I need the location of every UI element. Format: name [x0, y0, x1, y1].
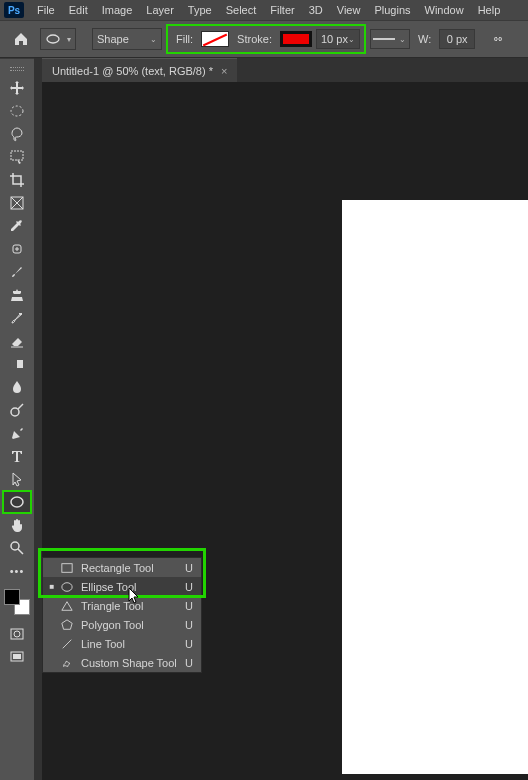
shape-mode-label: Shape: [97, 33, 129, 45]
path-selection-tool[interactable]: [3, 468, 31, 490]
menu-layer[interactable]: Layer: [139, 2, 181, 18]
mouse-cursor-icon: [128, 587, 142, 607]
clone-stamp-tool[interactable]: [3, 284, 31, 306]
svg-rect-13: [13, 654, 21, 659]
frame-tool[interactable]: [3, 192, 31, 214]
fill-swatch[interactable]: [201, 31, 229, 47]
triangle-icon: [59, 598, 75, 614]
app-logo: Ps: [4, 2, 24, 18]
fill-stroke-highlight: Fill: Stroke: 10 px ⌄: [166, 24, 366, 54]
hand-tool[interactable]: [3, 514, 31, 536]
foreground-color[interactable]: [4, 589, 20, 605]
width-field[interactable]: 0 px: [439, 29, 475, 49]
flyout-triangle-tool[interactable]: Triangle Tool U: [43, 596, 201, 615]
stroke-width-field[interactable]: 10 px ⌄: [316, 29, 360, 49]
flyout-polygon-tool[interactable]: Polygon Tool U: [43, 615, 201, 634]
svg-point-0: [47, 35, 59, 43]
solid-line-icon: [373, 38, 395, 40]
stroke-swatch[interactable]: [280, 31, 312, 47]
menu-image[interactable]: Image: [95, 2, 140, 18]
stroke-style-select[interactable]: ⌄: [370, 29, 410, 49]
svg-point-1: [11, 106, 23, 116]
svg-point-8: [11, 497, 23, 507]
menu-type[interactable]: Type: [181, 2, 219, 18]
chevron-down-icon: ⌄: [348, 35, 355, 44]
tool-preset[interactable]: ▾: [40, 28, 76, 50]
width-label: W:: [414, 33, 435, 45]
flyout-item-label: Line Tool: [81, 638, 125, 650]
workspace: [42, 82, 528, 780]
menu-bar: Ps File Edit Image Layer Type Select Fil…: [0, 0, 528, 20]
toolbar-handle-icon[interactable]: [5, 67, 29, 73]
eraser-tool[interactable]: [3, 330, 31, 352]
flyout-item-shortcut: U: [185, 638, 193, 650]
gradient-tool[interactable]: [3, 353, 31, 375]
crop-tool[interactable]: [3, 169, 31, 191]
pen-tool[interactable]: [3, 422, 31, 444]
shape-tool[interactable]: [3, 491, 31, 513]
menu-3d[interactable]: 3D: [302, 2, 330, 18]
flyout-item-shortcut: U: [185, 619, 193, 631]
healing-brush-tool[interactable]: [3, 238, 31, 260]
options-bar: ▾ Shape ⌄ Fill: Stroke: 10 px ⌄ ⌄ W: 0 p…: [0, 20, 528, 58]
menu-file[interactable]: File: [30, 2, 62, 18]
tutorial-highlight: [38, 548, 206, 598]
eyedropper-tool[interactable]: [3, 215, 31, 237]
flyout-item-label: Polygon Tool: [81, 619, 144, 631]
blur-tool[interactable]: [3, 376, 31, 398]
link-icon[interactable]: [489, 34, 507, 44]
svg-rect-2: [11, 151, 23, 160]
document-tab[interactable]: Untitled-1 @ 50% (text, RGB/8) * ×: [42, 58, 237, 82]
type-tool[interactable]: [3, 445, 31, 467]
chevron-down-icon: ⌄: [399, 35, 406, 44]
tool-bar: •••: [0, 58, 34, 780]
document-tab-title: Untitled-1 @ 50% (text, RGB/8) *: [52, 65, 213, 77]
svg-point-11: [14, 631, 20, 637]
home-button[interactable]: [6, 24, 36, 54]
object-selection-tool[interactable]: [3, 146, 31, 168]
color-swatches[interactable]: [4, 589, 30, 615]
line-icon: [59, 636, 75, 652]
svg-point-7: [11, 408, 19, 416]
menu-help[interactable]: Help: [471, 2, 508, 18]
brush-tool[interactable]: [3, 261, 31, 283]
chevron-down-icon: ⌄: [150, 35, 157, 44]
svg-rect-6: [11, 360, 17, 368]
close-tab-icon[interactable]: ×: [221, 65, 227, 77]
flyout-item-shortcut: U: [185, 657, 193, 669]
marquee-tool[interactable]: [3, 100, 31, 122]
zoom-tool[interactable]: [3, 537, 31, 559]
flyout-item-label: Custom Shape Tool: [81, 657, 177, 669]
screen-mode-button[interactable]: [3, 646, 31, 668]
stroke-label: Stroke:: [233, 33, 276, 45]
menu-select[interactable]: Select: [219, 2, 264, 18]
flyout-line-tool[interactable]: Line Tool U: [43, 634, 201, 653]
custom-shape-icon: [59, 655, 75, 671]
svg-point-9: [11, 542, 19, 550]
chevron-down-icon: ▾: [67, 35, 71, 44]
shape-mode-select[interactable]: Shape ⌄: [92, 28, 162, 50]
edit-toolbar-button[interactable]: •••: [3, 560, 31, 582]
menu-view[interactable]: View: [330, 2, 368, 18]
flyout-item-shortcut: U: [185, 600, 193, 612]
dodge-tool[interactable]: [3, 399, 31, 421]
lasso-tool[interactable]: [3, 123, 31, 145]
menu-plugins[interactable]: Plugins: [367, 2, 417, 18]
document-tab-strip: Untitled-1 @ 50% (text, RGB/8) * ×: [0, 58, 528, 82]
width-value: 0 px: [447, 33, 468, 45]
menu-edit[interactable]: Edit: [62, 2, 95, 18]
menu-window[interactable]: Window: [418, 2, 471, 18]
quick-mask-button[interactable]: [3, 623, 31, 645]
canvas[interactable]: [342, 200, 528, 774]
flyout-custom-shape-tool[interactable]: Custom Shape Tool U: [43, 653, 201, 672]
history-brush-tool[interactable]: [3, 307, 31, 329]
menu-filter[interactable]: Filter: [263, 2, 301, 18]
move-tool[interactable]: [3, 77, 31, 99]
polygon-icon: [59, 617, 75, 633]
fill-label: Fill:: [172, 33, 197, 45]
stroke-width-value: 10 px: [321, 33, 348, 45]
